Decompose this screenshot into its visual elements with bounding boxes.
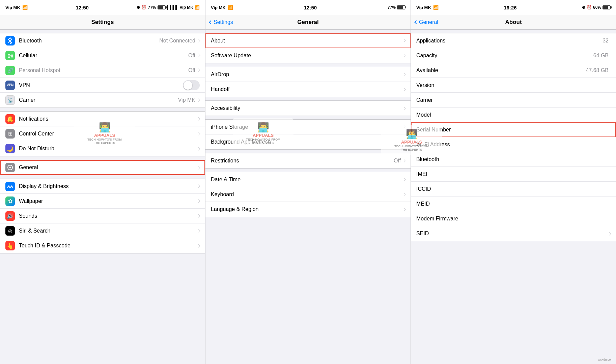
display-row[interactable]: AA Display & Brightness: [0, 179, 205, 194]
capacity-label: Capacity: [416, 53, 593, 59]
display-label: Display & Brightness: [19, 183, 197, 189]
siri-icon: ◎: [5, 226, 15, 236]
display-chevron: [197, 185, 200, 188]
cellular-row[interactable]: ((·)) Cellular Off: [0, 48, 205, 63]
date-time-chevron: [402, 178, 406, 181]
capacity-value: 64 GB: [593, 53, 609, 59]
carrier-row[interactable]: 📡 Carrier Vip MK: [0, 93, 205, 108]
wallpaper-icon: ✿: [5, 196, 15, 206]
general-chevron: [197, 166, 200, 169]
bluetooth-row[interactable]: Bluetooth Not Connected: [0, 33, 205, 48]
handoff-row[interactable]: Handoff: [205, 82, 411, 97]
gps-icon-3: ⊕: [582, 5, 585, 10]
vpn-row[interactable]: VPN VPN: [0, 78, 205, 93]
nav-bar-general: Settings General: [205, 15, 411, 30]
battery-pct-2: 77%: [388, 5, 396, 10]
carrier-icon: 📡: [5, 95, 15, 105]
carrier-value: Vip MK: [178, 97, 195, 103]
model-label: Model: [416, 112, 609, 118]
notifications-label: Notifications: [19, 116, 197, 122]
about-row[interactable]: About: [205, 33, 411, 48]
available-label: Available: [416, 67, 586, 73]
general-group: General: [0, 160, 205, 175]
accessibility-label: Accessibility: [211, 105, 403, 111]
accessibility-group: Accessibility: [205, 100, 411, 116]
carrier-chevron: [197, 98, 200, 102]
hotspot-label: Personal Hotspot: [19, 67, 188, 73]
iccid-row: ICCID: [411, 182, 616, 196]
back-to-settings[interactable]: Settings: [209, 19, 233, 25]
about-list: Applications 32 Capacity 64 GB Available…: [411, 30, 616, 364]
siri-label: Siri & Search: [19, 228, 197, 234]
carrier-label-1: Vip MK: [5, 5, 20, 10]
touchid-row[interactable]: 👆 Touch ID & Passcode: [0, 238, 205, 253]
carrier-label-2: Vip MK: [211, 5, 226, 10]
back-to-general[interactable]: General: [415, 19, 438, 25]
time-2: 12:50: [304, 5, 317, 10]
date-time-row[interactable]: Date & Time: [205, 172, 411, 187]
wifi-address-label: Wi-Fi Address: [416, 142, 609, 148]
about-panel: Vip MK 📶 16:26 ⊕ ⏰ 66% General About: [411, 0, 616, 364]
background-refresh-row[interactable]: Background App Refresh: [205, 134, 411, 149]
restrictions-chevron: [402, 159, 406, 162]
iphone-storage-row[interactable]: iPhone Storage: [205, 120, 411, 134]
general-row[interactable]: General: [0, 160, 205, 175]
alarm-icon-1: ⏰: [141, 5, 146, 10]
keyboard-row[interactable]: Keyboard: [205, 187, 411, 202]
sharing-group: AirDrop Handoff: [205, 67, 411, 97]
applications-label: Applications: [416, 38, 603, 44]
version-label: Version: [416, 82, 609, 88]
accessibility-row[interactable]: Accessibility: [205, 101, 411, 116]
background-refresh-label: Background App Refresh: [211, 139, 403, 145]
restrictions-row[interactable]: Restrictions Off: [205, 153, 411, 168]
available-row: Available 47.68 GB: [411, 63, 616, 78]
keyboard-label: Keyboard: [211, 191, 403, 198]
carrier-label-3: Vip MK: [416, 5, 431, 10]
seid-row[interactable]: SEID: [411, 226, 616, 241]
about-details-group: Applications 32 Capacity 64 GB Available…: [411, 33, 616, 241]
touchid-icon: 👆: [5, 241, 15, 250]
notifications-row[interactable]: 🔔 Notifications: [0, 112, 205, 126]
language-region-chevron: [402, 208, 406, 211]
imei-row: IMEI: [411, 167, 616, 182]
nav-title-general: General: [297, 19, 318, 26]
wallpaper-row[interactable]: ✿ Wallpaper: [0, 194, 205, 209]
dnd-row[interactable]: 🌙 Do Not Disturb: [0, 141, 205, 156]
notifications-icon: 🔔: [5, 114, 15, 124]
back-chevron-3: [414, 20, 418, 24]
bluetooth-about-row: Bluetooth: [411, 152, 616, 167]
sounds-chevron: [197, 214, 200, 218]
status-left-3: Vip MK 📶: [416, 5, 439, 10]
sounds-label: Sounds: [19, 213, 197, 219]
language-region-row[interactable]: Language & Region: [205, 202, 411, 217]
nav-bar-about: General About: [411, 15, 616, 30]
sounds-row[interactable]: 🔊 Sounds: [0, 209, 205, 223]
dnd-chevron: [197, 147, 200, 150]
control-center-icon: ⊞: [5, 129, 15, 139]
status-bar-1: Vip MK 📶 12:50 ⊕ ⏰ 77% ▌▌▌▌ Vip MK 📶: [0, 0, 205, 15]
software-update-row[interactable]: Software Update: [205, 48, 411, 63]
vpn-toggle[interactable]: [183, 80, 200, 90]
background-refresh-chevron: [402, 140, 406, 144]
siri-row[interactable]: ◎ Siri & Search: [0, 223, 205, 238]
serial-number-row[interactable]: Serial Number: [411, 122, 616, 137]
hotspot-chevron: [197, 69, 200, 72]
bluetooth-value: Not Connected: [159, 38, 195, 44]
battery-icon-2: [397, 5, 405, 9]
regional-group: Date & Time Keyboard Language & Region: [205, 172, 411, 217]
hotspot-row[interactable]: 🔗 Personal Hotspot Off: [0, 63, 205, 78]
time-1: 12:50: [76, 5, 88, 10]
control-group: 🔔 Notifications ⊞ Control Center 🌙: [0, 111, 205, 156]
capacity-row: Capacity 64 GB: [411, 48, 616, 63]
wallpaper-chevron: [197, 200, 200, 203]
control-center-row[interactable]: ⊞ Control Center: [0, 126, 205, 141]
carrier-about-label: Carrier: [416, 97, 609, 103]
alarm-icon-3: ⏰: [587, 5, 592, 10]
imei-label: IMEI: [416, 171, 609, 177]
battery-pct-3: 66%: [593, 5, 601, 10]
airdrop-row[interactable]: AirDrop: [205, 67, 411, 82]
iccid-label: ICCID: [416, 186, 609, 192]
general-label: General: [19, 164, 197, 171]
wallpaper-label: Wallpaper: [19, 198, 197, 204]
dnd-label: Do Not Disturb: [19, 146, 197, 152]
